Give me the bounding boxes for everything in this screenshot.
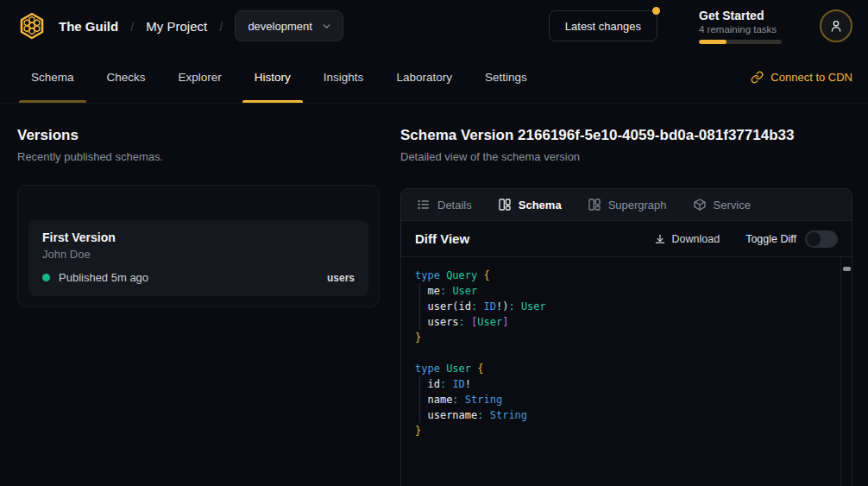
tab-label: Service bbox=[714, 199, 751, 211]
code-lines: type Query { me: User user(id: ID!): Use… bbox=[415, 268, 826, 439]
diff-view-header: Diff View Download Toggle Diff bbox=[401, 221, 852, 257]
nav-tab-explorer[interactable]: Explorer bbox=[167, 52, 234, 103]
code-line: user(id: ID!): User bbox=[415, 299, 826, 314]
toggle-knob bbox=[807, 232, 821, 246]
nav-spacer bbox=[548, 52, 752, 103]
tab-service[interactable]: Service bbox=[693, 198, 751, 211]
user-avatar[interactable] bbox=[820, 9, 852, 42]
code-line: username: String bbox=[415, 407, 826, 423]
nav-tab-label: Laboratory bbox=[396, 71, 452, 84]
columns-icon bbox=[588, 198, 601, 211]
hive-honeycomb-icon bbox=[17, 11, 47, 41]
target-select[interactable]: development bbox=[235, 10, 343, 41]
download-label: Download bbox=[672, 233, 720, 245]
breadcrumb: The Guild / My Project / development bbox=[59, 10, 343, 41]
nav-tab-laboratory[interactable]: Laboratory bbox=[384, 52, 464, 103]
version-name: First Version bbox=[42, 230, 355, 244]
nav-tab-label: Insights bbox=[324, 71, 364, 84]
notification-dot bbox=[652, 7, 660, 15]
version-meta-row: Published 5m ago users bbox=[42, 271, 355, 284]
nav-tab-label: History bbox=[255, 71, 291, 84]
code-line bbox=[415, 345, 826, 361]
diff-view-title: Diff View bbox=[415, 231, 469, 246]
detail-tabs: Details Schema Supergraph bbox=[401, 189, 852, 221]
connect-to-cdn-label: Connect to CDN bbox=[771, 71, 852, 84]
version-list-item[interactable]: First Version John Doe Published 5m ago … bbox=[28, 220, 368, 296]
connect-to-cdn-button[interactable]: Connect to CDN bbox=[751, 71, 852, 84]
toggle-diff-label: Toggle Diff bbox=[745, 233, 796, 245]
code-line: me: User bbox=[415, 283, 826, 299]
version-status: Published 5m ago bbox=[59, 271, 148, 284]
person-icon bbox=[829, 19, 843, 33]
get-started-title: Get Started bbox=[699, 9, 782, 22]
code-line: name: String bbox=[415, 392, 826, 407]
tab-underline bbox=[242, 100, 303, 103]
download-button[interactable]: Download bbox=[654, 233, 720, 245]
code-line: users: [User] bbox=[415, 314, 826, 330]
nav-tab-settings[interactable]: Settings bbox=[473, 52, 539, 103]
nav-tab-label: Settings bbox=[485, 71, 527, 84]
main-nav: Schema Checks Explorer History Insights … bbox=[0, 52, 868, 104]
chevron-down-icon bbox=[321, 21, 332, 32]
breadcrumb-separator: / bbox=[130, 19, 134, 34]
versions-column: Versions Recently published schemas. Fir… bbox=[17, 104, 380, 486]
tab-label: Schema bbox=[519, 199, 562, 211]
breadcrumb-separator: / bbox=[219, 19, 223, 34]
link-icon bbox=[751, 71, 764, 84]
code-line: } bbox=[415, 330, 826, 345]
version-detail-panel: Details Schema Supergraph bbox=[400, 188, 852, 486]
schema-version-subtitle: Detailed view of the schema version bbox=[400, 150, 852, 163]
get-started-progress-fill bbox=[699, 40, 726, 44]
breadcrumb-org[interactable]: The Guild bbox=[59, 19, 118, 34]
scrollbar-thumb[interactable] bbox=[843, 267, 851, 271]
nav-tab-label: Explorer bbox=[179, 71, 222, 84]
indent-guide bbox=[419, 283, 420, 330]
diff-actions: Download Toggle Diff bbox=[654, 230, 838, 248]
version-author: John Doe bbox=[42, 248, 355, 261]
nav-tab-insights[interactable]: Insights bbox=[311, 52, 376, 103]
nav-tab-history[interactable]: History bbox=[242, 52, 303, 103]
versions-title: Versions bbox=[17, 127, 380, 144]
schema-version-title: Schema Version 2166196f-5e10-4059-bd0a-0… bbox=[400, 127, 852, 144]
code-line: id: ID! bbox=[415, 376, 826, 392]
indent-guide bbox=[419, 376, 420, 423]
get-started-widget[interactable]: Get Started 4 remaining tasks bbox=[699, 9, 782, 44]
code-line: type Query { bbox=[415, 268, 826, 283]
nav-tab-schema[interactable]: Schema bbox=[19, 52, 86, 103]
cube-icon bbox=[693, 198, 707, 211]
breadcrumb-project[interactable]: My Project bbox=[146, 19, 207, 34]
code-line: } bbox=[415, 423, 826, 439]
version-detail-column: Schema Version 2166196f-5e10-4059-bd0a-0… bbox=[400, 104, 852, 486]
tab-underline bbox=[19, 100, 86, 103]
vertical-scrollbar[interactable] bbox=[840, 257, 852, 486]
latest-changes-label: Latest changes bbox=[565, 20, 641, 33]
code-line: type User { bbox=[415, 361, 826, 376]
latest-changes-button[interactable]: Latest changes bbox=[549, 10, 657, 41]
target-select-value: development bbox=[248, 20, 311, 33]
main-content: Versions Recently published schemas. Fir… bbox=[0, 104, 868, 486]
tab-details[interactable]: Details bbox=[417, 198, 472, 211]
download-icon bbox=[654, 233, 666, 245]
top-header: The Guild / My Project / development Lat… bbox=[0, 0, 868, 52]
tab-schema[interactable]: Schema bbox=[498, 198, 562, 211]
get-started-progressbar bbox=[699, 40, 782, 44]
tab-supergraph[interactable]: Supergraph bbox=[588, 198, 667, 211]
nav-tab-checks[interactable]: Checks bbox=[95, 52, 158, 103]
version-service-badge: users bbox=[327, 272, 355, 284]
app-window: The Guild / My Project / development Lat… bbox=[0, 0, 868, 486]
published-status-dot bbox=[42, 274, 50, 281]
schema-code-viewer: type Query { me: User user(id: ID!): Use… bbox=[401, 257, 852, 486]
versions-list-card: First Version John Doe Published 5m ago … bbox=[17, 185, 380, 307]
tab-label: Details bbox=[437, 199, 472, 211]
toggle-diff-switch[interactable] bbox=[805, 230, 838, 248]
tab-label: Supergraph bbox=[608, 199, 667, 211]
versions-subtitle: Recently published schemas. bbox=[17, 150, 380, 163]
list-icon bbox=[417, 198, 431, 211]
nav-tab-label: Checks bbox=[107, 71, 146, 84]
columns-icon bbox=[498, 198, 512, 211]
get-started-subtitle: 4 remaining tasks bbox=[699, 24, 782, 35]
nav-tab-label: Schema bbox=[31, 71, 74, 84]
hive-logo[interactable] bbox=[16, 9, 48, 42]
